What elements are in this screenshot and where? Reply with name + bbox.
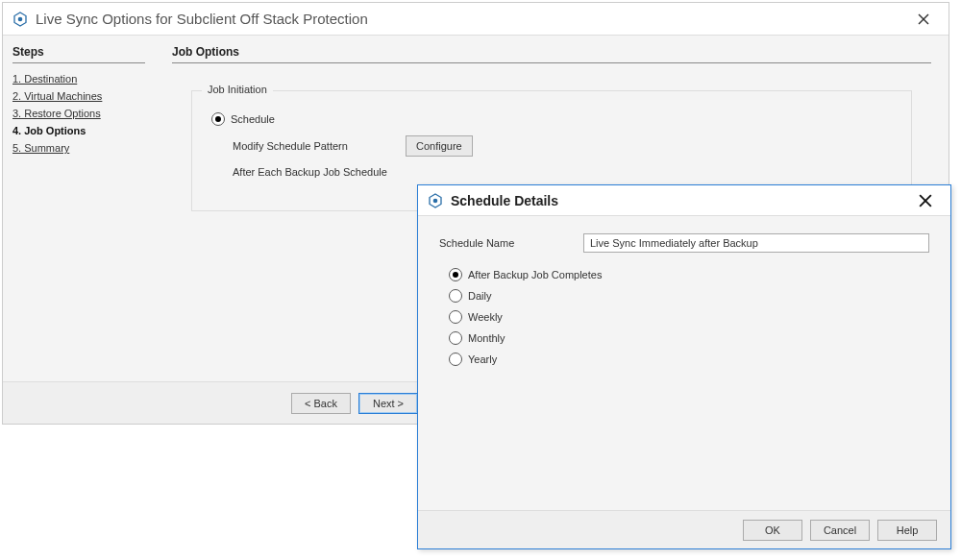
freq-weekly-radio[interactable]: [449, 310, 462, 324]
configure-button[interactable]: Configure: [406, 135, 473, 157]
freq-yearly-radio[interactable]: [449, 353, 462, 366]
schedule-radio-row: Schedule: [211, 112, 892, 126]
freq-yearly-label: Yearly: [468, 353, 497, 365]
cancel-button[interactable]: Cancel: [810, 520, 870, 541]
freq-monthly: Monthly: [449, 331, 929, 345]
step-summary[interactable]: 5. Summary: [12, 142, 145, 154]
step-restore-options[interactable]: 3. Restore Options: [12, 108, 145, 119]
schedule-name-input[interactable]: [583, 233, 929, 253]
wizard-titlebar: Live Sync Options for Subclient Off Stac…: [3, 3, 949, 36]
schedule-name-row: Schedule Name: [439, 233, 929, 253]
dialog-titlebar: Schedule Details: [418, 185, 950, 216]
steps-pane: Steps 1. Destination 2. Virtual Machines…: [3, 36, 155, 381]
ok-button[interactable]: OK: [743, 520, 802, 541]
modify-pattern-label: Modify Schedule Pattern: [233, 140, 406, 152]
schedule-radio-label: Schedule: [231, 113, 275, 125]
schedule-radio[interactable]: [211, 112, 225, 126]
close-icon[interactable]: [908, 8, 939, 31]
modify-pattern-row: Modify Schedule Pattern Configure: [233, 135, 892, 157]
dialog-footer: OK Cancel Help: [418, 510, 950, 548]
after-each-label: After Each Backup Job Schedule: [233, 166, 406, 178]
back-button[interactable]: < Back: [291, 393, 351, 414]
frequency-radio-list: After Backup Job Completes Daily Weekly …: [439, 268, 929, 366]
next-button[interactable]: Next >: [358, 393, 418, 414]
dialog-close-icon[interactable]: [910, 189, 941, 212]
wizard-title: Live Sync Options for Subclient Off Stac…: [36, 11, 908, 27]
freq-weekly: Weekly: [449, 310, 929, 324]
freq-monthly-radio[interactable]: [449, 331, 462, 345]
step-virtual-machines[interactable]: 2. Virtual Machines: [12, 90, 145, 102]
svg-point-1: [18, 16, 23, 21]
freq-weekly-label: Weekly: [468, 311, 503, 323]
freq-daily-label: Daily: [468, 290, 491, 302]
job-initiation-legend: Job Initiation: [202, 84, 273, 95]
steps-header: Steps: [12, 45, 145, 63]
svg-point-5: [433, 198, 438, 203]
schedule-name-label: Schedule Name: [439, 237, 583, 249]
freq-daily: Daily: [449, 289, 929, 303]
help-button[interactable]: Help: [877, 520, 937, 541]
freq-after-backup: After Backup Job Completes: [449, 268, 929, 281]
schedule-details-dialog: Schedule Details Schedule Name After Bac…: [417, 184, 951, 549]
dialog-app-icon: [428, 193, 443, 208]
schedule-settings: Modify Schedule Pattern Configure After …: [211, 135, 892, 178]
freq-yearly: Yearly: [449, 353, 929, 366]
freq-after-backup-label: After Backup Job Completes: [468, 269, 602, 280]
freq-monthly-label: Monthly: [468, 332, 505, 344]
app-icon: [12, 12, 28, 27]
content-header: Job Options: [172, 45, 931, 63]
step-destination[interactable]: 1. Destination: [12, 73, 145, 85]
after-each-row: After Each Backup Job Schedule: [233, 166, 892, 178]
freq-daily-radio[interactable]: [449, 289, 462, 303]
dialog-body: Schedule Name After Backup Job Completes…: [418, 216, 950, 510]
freq-after-backup-radio[interactable]: [449, 268, 462, 281]
dialog-title: Schedule Details: [451, 193, 910, 208]
step-job-options: 4. Job Options: [12, 125, 145, 136]
